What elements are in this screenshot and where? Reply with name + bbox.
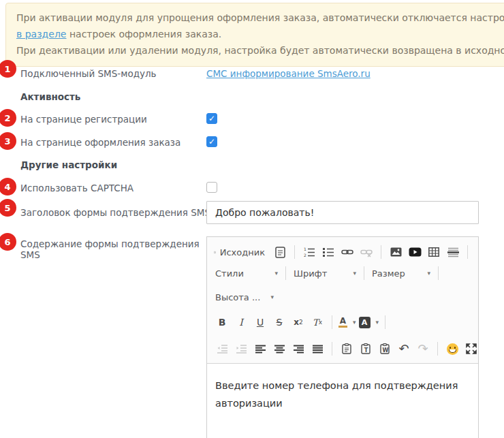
redo-button[interactable]: ↷ (415, 340, 431, 358)
toolbar-separator (467, 245, 468, 259)
paste-text-button[interactable]: T (358, 340, 374, 358)
bulleted-list-button[interactable] (320, 243, 336, 261)
editor-toolbar-row-5: T W ↶ ↷ (207, 335, 478, 363)
toolbar-separator (332, 342, 332, 356)
settings-page: При активации модуля для упрощения оформ… (0, 0, 504, 438)
background-color-icon: A (359, 317, 371, 328)
background-color-button[interactable]: A ▾ (359, 313, 379, 331)
editor-toolbar-row-4: B I U S x2 Tx A ▾ A ▾ (207, 309, 478, 335)
subscript-button[interactable]: x2 (290, 313, 306, 331)
sms-content-label: Содержание формы подтверждения SMS (20, 238, 204, 260)
registration-label: На странице регистрации (20, 114, 147, 125)
toolbar-separator (385, 315, 385, 329)
svg-text:1: 1 (304, 247, 306, 251)
rich-text-editor: Исходник 12 (206, 236, 479, 438)
increase-indent-button[interactable] (233, 340, 249, 358)
notice-line2-rest: настроек оформления заказа. (66, 29, 221, 40)
templates-button[interactable] (272, 243, 288, 261)
caret-down-icon: ▾ (353, 270, 356, 277)
toolbar-separator (381, 245, 381, 259)
smiley-button[interactable] (444, 340, 460, 358)
toolbar-separator (438, 266, 439, 280)
callout-badge-1: 1 (0, 60, 16, 78)
sms-module-label: Подключенный SMS-модуль (20, 68, 157, 79)
checkout-checkbox[interactable]: ✓ (206, 136, 217, 147)
remove-format-button[interactable]: Tx (309, 313, 326, 331)
callout-badge-3: 3 (0, 132, 16, 150)
checkout-label: На странице оформления заказа (20, 137, 180, 148)
svg-text:W: W (382, 347, 388, 354)
other-settings-section-header: Другие настройки (20, 159, 117, 170)
source-button[interactable]: Исходник (214, 243, 265, 261)
styles-dropdown[interactable]: Стили ▾ (212, 265, 281, 281)
sms-title-input[interactable] (206, 201, 479, 224)
size-dropdown-label: Размер (372, 268, 405, 279)
align-center-button[interactable] (271, 340, 287, 358)
callout-badge-4: 4 (0, 178, 16, 195)
unlink-button[interactable] (358, 243, 375, 261)
caret-down-icon: ▾ (353, 319, 356, 326)
youtube-button[interactable] (407, 243, 423, 261)
editor-toolbar-row-1: Исходник 12 (207, 237, 478, 263)
warning-notice: При активации модуля для упрощения оформ… (5, 3, 504, 67)
captcha-label: Использовать CAPTCHA (20, 183, 133, 193)
line-height-dropdown[interactable]: Высота ... ▾ (212, 289, 277, 305)
link-button[interactable] (339, 243, 356, 261)
styles-dropdown-label: Стили (215, 268, 244, 279)
editor-toolbar-row-3: Высота ... ▾ (207, 283, 478, 309)
line-height-dropdown-label: Высота ... (215, 292, 260, 302)
font-dropdown-label: Шрифт (294, 268, 327, 279)
sms-title-label: Заголовок формы подтверждения SMS (20, 207, 210, 218)
svg-text:2: 2 (304, 253, 306, 257)
captcha-checkbox[interactable]: ✓ (206, 182, 217, 193)
notice-line1: При активации модуля для упрощения оформ… (16, 12, 504, 23)
justify-button[interactable] (309, 340, 326, 358)
image-button[interactable] (388, 243, 404, 261)
decrease-indent-button[interactable] (214, 340, 230, 358)
sms-module-link[interactable]: СМС информирование SmsAero.ru (206, 68, 371, 79)
smiley-icon (447, 343, 458, 355)
registration-checkbox[interactable]: ✓ (206, 113, 217, 124)
underline-button[interactable]: U (252, 313, 268, 331)
check-icon: ✓ (208, 138, 215, 146)
paste-from-word-button[interactable]: W (377, 340, 393, 358)
horizontal-rule-button[interactable] (445, 243, 461, 261)
bold-button[interactable]: B (214, 313, 230, 331)
toolbar-separator (364, 266, 364, 280)
size-dropdown[interactable]: Размер ▾ (369, 265, 433, 281)
font-dropdown[interactable]: Шрифт ▾ (291, 265, 359, 281)
italic-button[interactable]: I (233, 313, 249, 331)
maximize-button[interactable] (463, 340, 479, 358)
align-right-button[interactable] (290, 340, 306, 358)
callout-badge-6: 6 (0, 233, 16, 251)
strikethrough-button[interactable]: S (271, 313, 287, 331)
toolbar-separator (285, 266, 286, 280)
undo-button[interactable]: ↶ (396, 340, 412, 358)
toolbar-separator (332, 315, 332, 329)
caret-down-icon: ▾ (427, 270, 430, 277)
editor-toolbar-row-2: Стили ▾ Шрифт ▾ Размер ▾ (207, 263, 478, 283)
toolbar-separator (437, 342, 438, 356)
source-button-label: Исходник (220, 247, 265, 257)
caret-down-icon: ▾ (274, 270, 278, 277)
numbered-list-button[interactable]: 12 (301, 243, 317, 261)
align-left-button[interactable] (252, 340, 268, 358)
check-icon: ✓ (208, 114, 215, 123)
svg-text:T: T (364, 347, 368, 354)
activity-section-header: Активность (20, 91, 80, 102)
text-color-button[interactable]: A ▾ (338, 313, 356, 331)
callout-badge-5: 5 (0, 199, 16, 217)
table-button[interactable] (426, 243, 442, 261)
callout-badge-2: 2 (0, 109, 16, 127)
caret-down-icon: ▾ (270, 294, 274, 300)
toolbar-separator (294, 245, 295, 259)
editor-content[interactable]: Введите номер телефона для подтверждения… (207, 363, 478, 438)
caret-down-icon: ▾ (376, 319, 379, 326)
text-color-icon: A (338, 317, 347, 328)
paste-button[interactable] (338, 340, 355, 358)
section-link[interactable]: в разделе (16, 29, 66, 40)
notice-line3: При деактивации или удалении модуля, нас… (16, 45, 504, 56)
